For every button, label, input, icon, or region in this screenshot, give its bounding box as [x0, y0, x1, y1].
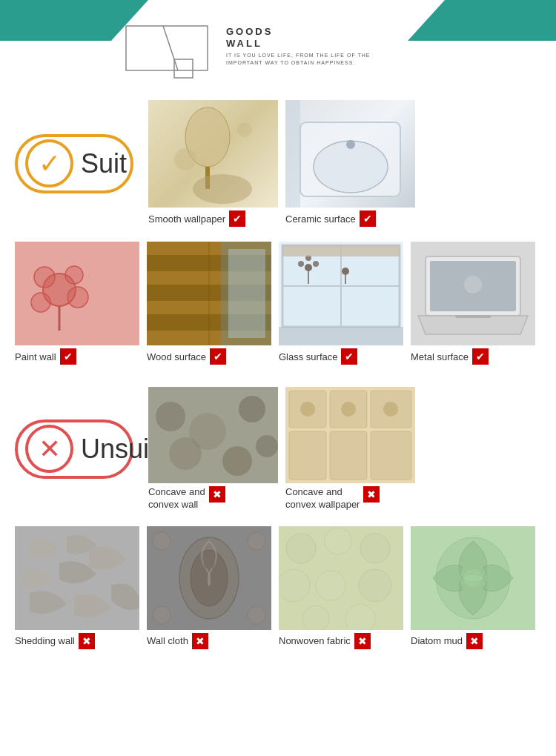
svg-rect-42 [282, 245, 400, 256]
svg-rect-61 [330, 431, 367, 480]
metal-surface-label: Metal surface ✔ [411, 348, 489, 365]
svg-point-7 [193, 174, 252, 204]
shedding-wall-image [15, 526, 139, 630]
glass-surface-item: Glass surface ✔ [279, 242, 403, 365]
glass-surface-label: Glass surface ✔ [279, 348, 357, 365]
concave-wallpaper-image [285, 387, 415, 483]
concave-wall-image [148, 387, 278, 483]
svg-point-72 [153, 606, 171, 624]
suit-badge: ✓ Suit [15, 134, 133, 193]
shedding-wall-item: Shedding wall ✖ [15, 526, 139, 649]
nonwoven-fabric-label: Nonwoven fabric ✖ [279, 633, 371, 649]
svg-point-54 [222, 446, 252, 476]
diatom-mud-label: Diatom mud ✖ [411, 633, 483, 649]
concave-wall-cross: ✖ [209, 486, 225, 503]
svg-point-78 [279, 569, 310, 602]
metal-surface-image [411, 242, 535, 345]
svg-point-35 [305, 264, 312, 271]
unsuit-badge: ✕ Unsuit [15, 420, 133, 479]
svg-point-82 [345, 604, 375, 630]
wall-cloth-cross: ✖ [192, 633, 208, 649]
svg-point-79 [316, 571, 345, 600]
suit-label: Suit [81, 148, 127, 179]
glass-surface-check: ✔ [341, 348, 357, 365]
wood-surface-image [147, 242, 271, 345]
wall-cloth-image [147, 526, 271, 630]
smooth-wallpaper-check: ✔ [229, 210, 245, 227]
paint-wall-check: ✔ [60, 348, 76, 365]
glass-surface-image [279, 242, 403, 345]
paint-wall-text: Paint wall [15, 351, 56, 362]
diatom-mud-item: Diatom mud ✖ [411, 526, 535, 649]
paint-wall-image [15, 242, 139, 345]
svg-point-55 [256, 435, 278, 457]
svg-rect-60 [289, 431, 326, 480]
svg-point-73 [248, 606, 265, 624]
svg-line-1 [163, 26, 178, 70]
concave-wall-item: Concave andconvex wall ✖ [148, 387, 278, 511]
concave-wallpaper-text: Concave andconvex wallpaper [285, 486, 360, 511]
svg-rect-62 [371, 431, 411, 480]
ceramic-surface-image [285, 100, 415, 208]
unsuit-top-images: Concave andconvex wall ✖ [148, 387, 541, 511]
unsuit-label: Unsuit [81, 434, 156, 465]
ceramic-surface-text: Ceramic surface [285, 213, 356, 225]
wall-cloth-text: Wall cloth [147, 635, 188, 646]
ceramic-surface-label: Ceramic surface ✔ [285, 210, 376, 227]
svg-point-70 [153, 532, 171, 550]
svg-point-52 [239, 396, 265, 422]
svg-point-81 [302, 606, 329, 630]
nonwoven-fabric-image [279, 526, 403, 630]
paint-wall-item: Paint wall ✔ [15, 242, 139, 365]
svg-rect-47 [455, 315, 491, 318]
svg-rect-19 [15, 242, 139, 345]
svg-point-38 [298, 261, 304, 267]
svg-point-40 [342, 268, 349, 275]
svg-rect-43 [279, 327, 403, 345]
unsuit-top-row: Concave andconvex wall ✖ [148, 387, 541, 511]
diatom-mud-image [411, 526, 535, 630]
smooth-wallpaper-item: Smooth wallpaper ✔ [148, 100, 278, 227]
svg-point-53 [169, 437, 202, 470]
ceramic-surface-item: Ceramic surface ✔ [285, 100, 415, 227]
concave-wall-text: Concave andconvex wall [148, 486, 205, 511]
header-brand: GOODS WALL IT IS YOU LOVE LIFE, FROM THE… [226, 26, 371, 67]
suit-top-images: Smooth wallpaper ✔ Ceramic surface ✔ [148, 100, 541, 227]
svg-rect-0 [126, 26, 208, 70]
glass-surface-text: Glass surface [279, 351, 337, 362]
header-teal-right [408, 0, 556, 41]
wood-surface-text: Wood surface [147, 351, 206, 362]
brand-subtitle: IT IS YOU LOVE LIFE, FROM THE LIFE OF TH… [226, 52, 371, 67]
wood-surface-item: Wood surface ✔ [147, 242, 271, 365]
smooth-wallpaper-label: Smooth wallpaper ✔ [148, 210, 245, 227]
svg-point-77 [360, 534, 390, 563]
svg-point-80 [359, 569, 391, 602]
suit-check-icon: ✓ [39, 150, 61, 177]
wall-cloth-item: Wall cloth ✖ [147, 526, 271, 649]
svg-point-10 [346, 140, 355, 149]
nonwoven-fabric-item: Nonwoven fabric ✖ [279, 526, 403, 649]
surface-row-1: Paint wall ✔ [0, 234, 556, 372]
svg-point-5 [174, 148, 196, 170]
header: GOODS WALL IT IS YOU LOVE LIFE, FROM THE… [0, 0, 556, 89]
svg-point-85 [464, 569, 482, 587]
svg-point-71 [248, 532, 265, 550]
metal-surface-text: Metal surface [411, 351, 469, 362]
svg-point-6 [237, 122, 252, 137]
suit-circle: ✓ [25, 139, 73, 188]
nonwoven-fabric-text: Nonwoven fabric [279, 635, 351, 646]
concave-wallpaper-item: Concave andconvex wallpaper ✖ [285, 387, 415, 511]
shedding-wall-cross: ✖ [79, 633, 95, 649]
concave-wallpaper-label: Concave andconvex wallpaper ✖ [285, 486, 380, 511]
concave-wall-label: Concave andconvex wall ✖ [148, 486, 225, 511]
svg-point-48 [464, 276, 482, 294]
wood-surface-label: Wood surface ✔ [147, 348, 226, 365]
metal-surface-item: Metal surface ✔ [411, 242, 535, 365]
unsuit-bottom-row: Shedding wall ✖ [0, 519, 556, 657]
svg-rect-11 [285, 100, 300, 208]
ceramic-surface-check: ✔ [360, 210, 376, 227]
diatom-mud-text: Diatom mud [411, 635, 463, 646]
metal-surface-check: ✔ [472, 348, 489, 365]
svg-point-50 [156, 402, 185, 431]
brand-title: GOODS WALL [226, 26, 371, 49]
